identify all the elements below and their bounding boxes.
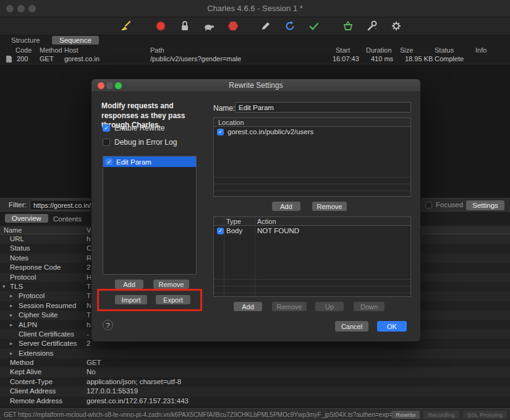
property-name: Method [10, 358, 33, 367]
action-up-button[interactable]: Up [315, 302, 344, 311]
disclosure-right-icon[interactable]: ▸ [10, 339, 16, 348]
import-button[interactable]: Import [115, 295, 147, 304]
property-name: Response Code [10, 263, 61, 272]
overview-row-remote-address[interactable]: Remote Addressgorest.co.in/172.67.157.23… [0, 396, 510, 406]
col-method[interactable]: Method [40, 46, 62, 54]
action-enabled-checkbox[interactable]: ✓ [217, 228, 224, 234]
tools-basket-icon[interactable] [341, 20, 355, 32]
set-remove-button[interactable]: Remove [153, 280, 189, 289]
property-name: Session Resumed [19, 301, 76, 311]
preferences-gear-icon[interactable] [389, 20, 403, 32]
dialog-titlebar[interactable]: Rewrite Settings [91, 79, 420, 92]
focused-checkbox[interactable] [425, 202, 432, 208]
set-label: Edit Param [116, 158, 151, 166]
rewrite-toggle[interactable]: Rewrite [391, 411, 420, 419]
validate-check-icon[interactable] [307, 20, 321, 32]
property-value: application/json; charset=utf-8 [87, 377, 181, 387]
action-remove-button[interactable]: Remove [272, 302, 307, 311]
breakpoints-icon[interactable] [226, 20, 240, 32]
type-column-header: Type [226, 218, 241, 225]
property-value: GET [87, 358, 101, 367]
col-path[interactable]: Path [150, 46, 164, 54]
overview-col-name[interactable]: Name [4, 226, 22, 234]
dialog-zoom-icon[interactable] [115, 82, 122, 89]
recording-toggle[interactable]: Recording [423, 411, 459, 419]
disclosure-right-icon[interactable]: ▸ [10, 311, 16, 320]
clear-brush-icon[interactable] [119, 20, 132, 32]
tab-overview[interactable]: Overview [5, 214, 48, 223]
window-title: Charles 4.6.6 - Session 1 * [0, 0, 510, 17]
action-table[interactable]: Type Action ✓ Body NOT FOUND [213, 216, 411, 297]
disclosure-right-icon[interactable]: ▸ [10, 349, 16, 358]
location-row[interactable]: ✓ gorest.co.in/public/v2/users [214, 127, 410, 137]
tab-structure[interactable]: Structure [11, 36, 40, 44]
property-name: Client Address [10, 387, 56, 396]
overview-row-client-address[interactable]: Client Address127.0.0.1:55319 [0, 387, 510, 396]
tab-contents[interactable]: Contents [53, 215, 82, 223]
repeat-refresh-icon[interactable] [283, 20, 297, 32]
overview-row-kept-alive[interactable]: Kept AliveNo [0, 367, 510, 377]
cancel-button[interactable]: Cancel [335, 321, 368, 332]
dialog-minimize-icon[interactable] [106, 82, 113, 89]
throttle-turtle-icon[interactable] [202, 20, 216, 32]
property-value: gorest.co.in/172.67.157.231:443 [87, 396, 189, 406]
record-icon[interactable] [154, 20, 168, 32]
tab-sequence[interactable]: Sequence [52, 36, 99, 45]
action-row[interactable]: ✓ Body NOT FOUND [214, 226, 410, 236]
ssl-proxying-toggle[interactable]: SSL Proxying [463, 411, 507, 419]
col-host[interactable]: Host [64, 46, 79, 54]
ssl-lock-icon[interactable] [178, 20, 192, 32]
disclosure-right-icon[interactable]: ▸ [10, 301, 16, 311]
property-name: Server Certificates [19, 339, 77, 348]
location-label: gorest.co.in/public/v2/users [227, 128, 313, 135]
action-down-button[interactable]: Down [354, 302, 385, 311]
col-size[interactable]: Size [400, 46, 413, 54]
overview-row-method[interactable]: MethodGET [0, 358, 510, 367]
property-name: Protocol [19, 291, 45, 301]
help-button[interactable]: ? [103, 320, 113, 330]
enable-rewrite-checkbox[interactable]: ✓ [103, 124, 110, 132]
location-remove-button[interactable]: Remove [312, 202, 347, 211]
col-duration[interactable]: Duration [366, 46, 392, 54]
overview-row-extensions[interactable]: ▸Extensions [0, 349, 510, 358]
request-row[interactable]: 200 GET gorest.co.in /public/v2/users?ge… [0, 55, 510, 64]
status-url-text: GET https://mplatform-mcloud-whch-s8-te-… [4, 411, 393, 418]
overview-row-content-type[interactable]: Content-Typeapplication/json; charset=ut… [0, 377, 510, 387]
cell-start: 16:07:43 [333, 55, 359, 62]
cell-status: Complete [435, 55, 464, 62]
rewrite-set-item[interactable]: ✓ Edit Param [103, 156, 196, 167]
debug-error-log-row[interactable]: Debug in Error Log [103, 138, 177, 147]
col-start[interactable]: Start [336, 46, 350, 54]
property-name: URL [10, 234, 24, 244]
enable-rewrite-row[interactable]: ✓ Enable Rewrite [103, 124, 164, 132]
rewrite-sets-list[interactable]: ✓ Edit Param [103, 156, 197, 275]
action-value: NOT FOUND [257, 227, 299, 234]
dialog-close-icon[interactable] [98, 82, 104, 89]
view-tabs: Structure Sequence [0, 36, 510, 46]
set-enabled-checkbox[interactable]: ✓ [106, 158, 113, 165]
location-enabled-checkbox[interactable]: ✓ [217, 129, 224, 135]
location-add-button[interactable]: Add [272, 202, 300, 211]
rule-name-input[interactable] [235, 102, 411, 113]
property-name: Kept Alive [10, 367, 41, 377]
debug-error-log-checkbox[interactable] [103, 139, 110, 146]
col-info[interactable]: Info [475, 46, 487, 54]
disclosure-down-icon[interactable]: ▾ [2, 282, 9, 291]
action-add-button[interactable]: Add [234, 302, 262, 311]
ok-button[interactable]: OK [377, 321, 407, 332]
action-type: Body [226, 227, 242, 234]
settings-button[interactable]: Settings [466, 200, 504, 210]
set-add-button[interactable]: Add [115, 280, 143, 289]
property-value: - [87, 330, 89, 339]
disclosure-right-icon[interactable]: ▸ [10, 291, 16, 301]
disclosure-right-icon[interactable]: ▸ [10, 320, 16, 330]
export-button[interactable]: Export [156, 295, 190, 304]
location-table-header: Location [214, 118, 410, 127]
settings-wrench-icon[interactable] [365, 20, 379, 32]
cell-duration: 410 ms [371, 55, 393, 62]
location-table[interactable]: Location ✓ gorest.co.in/public/v2/users [213, 118, 411, 197]
compose-pencil-icon[interactable] [259, 20, 273, 32]
col-code[interactable]: Code [15, 46, 32, 54]
col-status[interactable]: Status [435, 46, 454, 54]
action-table-header: Type Action [214, 217, 410, 226]
